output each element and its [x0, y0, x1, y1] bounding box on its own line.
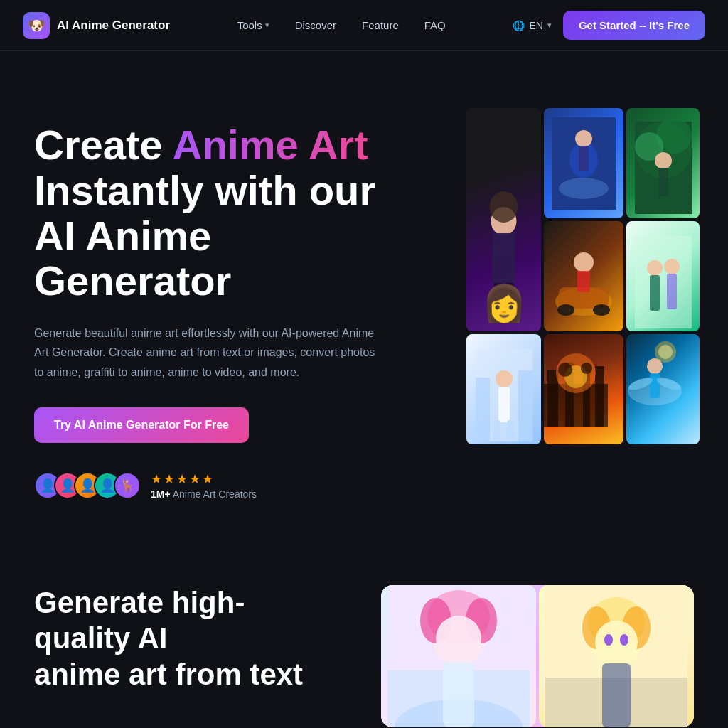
hero-description: Generate beautiful anime art effortlessl…: [34, 323, 375, 382]
svg-rect-29: [518, 370, 532, 441]
get-started-button[interactable]: Get Started -- It's Free: [563, 11, 705, 40]
svg-rect-39: [595, 366, 604, 427]
nav-faq[interactable]: FAQ: [424, 19, 446, 31]
svg-rect-24: [650, 275, 660, 311]
avatar-group: 👤 👤 👤 👤 🦌: [34, 472, 141, 499]
section2-text: Generate high-quality AI anime art from …: [34, 585, 338, 707]
svg-rect-69: [602, 663, 631, 727]
anime-image-battle: [544, 108, 623, 218]
anime-image-racer: [544, 221, 623, 331]
svg-rect-1: [492, 233, 515, 283]
section2-image: [381, 585, 694, 727]
svg-rect-9: [579, 146, 589, 171]
svg-point-43: [581, 363, 592, 374]
svg-point-8: [575, 130, 592, 147]
anime-image-sunset-city: [544, 334, 623, 444]
svg-rect-31: [498, 387, 510, 422]
proof-text: ★★★★★ 1M+ Anime Art Creators: [151, 471, 257, 500]
anime-image-girl-street: [466, 108, 541, 331]
svg-point-66: [595, 621, 638, 663]
nav-feature[interactable]: Feature: [362, 19, 399, 31]
svg-rect-2: [493, 283, 502, 318]
svg-rect-28: [476, 378, 490, 441]
hero-title: Create Anime Art Instantly with ourAI An…: [34, 122, 432, 304]
logo-icon: 🐶: [23, 12, 50, 39]
hero-content: Create Anime Art Instantly with ourAI An…: [34, 108, 432, 500]
svg-rect-22: [635, 236, 692, 328]
navbar: 🐶 AI Anime Generator Tools ▾ Discover Fe…: [0, 0, 728, 51]
svg-rect-32: [493, 420, 500, 440]
nav-links: Tools ▾ Discover Feature FAQ: [237, 19, 446, 31]
svg-point-20: [557, 304, 574, 316]
svg-point-25: [664, 259, 680, 274]
svg-point-42: [558, 363, 572, 377]
svg-point-67: [604, 634, 613, 646]
hero-section: Create Anime Art Instantly with ourAI An…: [0, 51, 728, 542]
creators-count: 1M+ Anime Art Creators: [151, 488, 257, 500]
anime-image-boy-nature: [626, 108, 700, 218]
nav-tools[interactable]: Tools ▾: [237, 19, 269, 31]
section2-title: Generate high-quality AI anime art from …: [34, 585, 338, 692]
section-generate: Generate high-quality AI anime art from …: [0, 542, 728, 728]
svg-point-18: [574, 252, 594, 272]
anime-image-flying-girl: [626, 334, 700, 444]
svg-rect-36: [547, 370, 558, 427]
avatar: 🦌: [114, 472, 141, 499]
globe-icon: 🌐: [513, 20, 525, 31]
svg-point-58: [436, 616, 481, 661]
svg-rect-15: [658, 168, 668, 196]
svg-point-14: [655, 152, 672, 169]
try-free-button[interactable]: Try AI Anime Generator For Free: [34, 407, 249, 443]
svg-point-4: [489, 191, 518, 223]
svg-rect-33: [507, 420, 514, 440]
svg-rect-19: [577, 271, 590, 292]
logo-link[interactable]: 🐶 AI Anime Generator: [23, 12, 170, 39]
star-rating: ★★★★★: [151, 471, 257, 487]
anime-images: [466, 108, 694, 444]
anime-image-shop-girl: [466, 334, 541, 444]
anime-image-couple: [626, 221, 700, 331]
svg-point-68: [620, 634, 628, 646]
social-proof: 👤 👤 👤 👤 🦌 ★★★★★ 1M+ Anime Art Creators: [34, 471, 432, 500]
svg-rect-26: [667, 274, 677, 309]
language-selector[interactable]: 🌐 EN ▾: [513, 20, 551, 31]
svg-point-30: [496, 370, 513, 387]
chevron-down-icon: ▾: [265, 21, 269, 30]
logo-text: AI Anime Generator: [57, 18, 170, 33]
svg-rect-59: [443, 662, 474, 727]
svg-rect-46: [650, 373, 660, 398]
nav-discover[interactable]: Discover: [295, 19, 336, 31]
svg-rect-3: [505, 283, 513, 318]
svg-point-21: [593, 304, 610, 316]
chevron-down-icon: ▾: [547, 21, 552, 30]
svg-point-23: [647, 260, 663, 276]
hero-image-grid: [466, 108, 694, 385]
svg-point-6: [559, 178, 609, 199]
svg-point-50: [658, 345, 673, 359]
nav-right: 🌐 EN ▾ Get Started -- It's Free: [513, 11, 705, 40]
